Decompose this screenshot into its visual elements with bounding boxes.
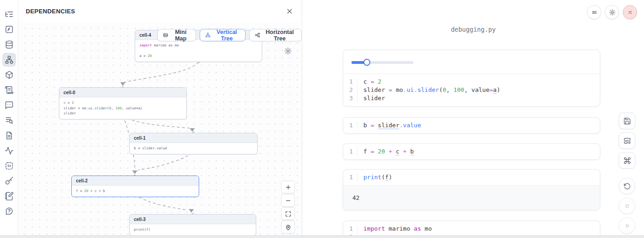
stop-kernel-button[interactable] (619, 198, 635, 214)
code-line: 1print(f) (343, 173, 600, 181)
fit-icon (285, 210, 292, 217)
file-tree-icon (5, 10, 14, 19)
node-title: cell-1 (130, 133, 257, 143)
close-icon (286, 7, 293, 15)
zoom-in-button[interactable] (281, 181, 295, 193)
minimap-icon (163, 32, 168, 39)
graph-node-cell-2[interactable]: cell-2f = 20 + c + b (71, 176, 199, 197)
view-button-vertical-tree[interactable]: Vertical Tree (200, 29, 246, 41)
view-button-label: Mini Map (171, 29, 190, 42)
sidebar-item-file-tree[interactable] (2, 7, 16, 21)
line-number: 3 (343, 94, 357, 102)
shutdown-icon (627, 9, 634, 16)
graph-node-cell-1[interactable]: cell-1b = slider.value (129, 133, 258, 154)
notebook-cell-f-cell[interactable]: 1f = 20 + c + b (343, 143, 600, 160)
cell-editor[interactable]: 1c = 22slider = mo.ui.slider(0, 100, val… (343, 74, 600, 106)
document-icon (5, 131, 14, 140)
cell-editor[interactable]: 1f = 20 + c + b (343, 144, 600, 159)
node-title: cell-3 (130, 215, 256, 224)
node-code: print(f) (130, 224, 256, 235)
notebook-filename[interactable]: debugging.py (303, 26, 644, 33)
sidebar-item-snippets[interactable] (2, 159, 16, 173)
fit-view-button[interactable] (281, 207, 295, 220)
sidebar-item-secrets[interactable] (2, 174, 16, 188)
cell-console-output: 42 (343, 185, 600, 210)
notebook-cell-b-cell[interactable]: 1b = slider.value (343, 117, 600, 134)
code-line: 1c = 2 (343, 78, 600, 86)
view-button-horizontal-tree[interactable]: Horizontal Tree (249, 29, 302, 41)
node-code: import marimo as mo a = 20 (135, 40, 262, 62)
view-button-mini-map[interactable]: Mini Map (157, 29, 196, 41)
play-icon (623, 222, 631, 230)
shutdown-button[interactable] (623, 5, 637, 19)
graph-node-cell-3[interactable]: cell-3print(f) (129, 214, 256, 235)
dependencies-icon (5, 55, 14, 64)
cell-editor[interactable]: 1print(f) (343, 170, 600, 185)
command-icon (623, 157, 631, 164)
notebook-menu-button[interactable] (587, 5, 601, 19)
run-all-button[interactable] (619, 217, 635, 234)
undo-button[interactable] (619, 178, 635, 194)
log-search-icon (5, 116, 14, 125)
sidebar-item-help[interactable] (2, 204, 16, 218)
sidebar-item-chat[interactable] (2, 98, 16, 112)
node-code: c = 2slider = mo.ui.slider(0, 100, value… (59, 97, 186, 119)
keyboard-shortcuts-button[interactable] (619, 152, 635, 169)
layout-select-button[interactable] (619, 132, 635, 149)
edge-arrowhead (190, 128, 195, 132)
notebook-cell-slider-cell[interactable]: 1c = 22slider = mo.ui.slider(0, 100, val… (343, 50, 600, 107)
sidebar-item-packages[interactable] (2, 68, 16, 82)
slider-track[interactable] (351, 61, 414, 64)
window-controls (587, 5, 637, 19)
graph-settings-button[interactable] (284, 47, 292, 55)
notebook-area: debugging.py 1c = 22slider = mo.ui.slide… (303, 0, 644, 235)
node-code: f = 20 + c + b (72, 186, 199, 197)
plus-icon (285, 184, 292, 191)
sidebar-item-dependencies[interactable] (2, 53, 16, 67)
horizontal-tree-icon (255, 32, 260, 39)
save-icon (623, 117, 631, 125)
node-code: b = slider.value (130, 143, 257, 154)
bottom-edge-strip (0, 235, 644, 238)
functions-icon (5, 25, 14, 34)
line-number: 1 (343, 147, 357, 156)
settings-button[interactable] (605, 5, 619, 19)
line-number: 1 (343, 121, 357, 130)
edge-arrowhead (189, 209, 194, 213)
menu-icon (591, 9, 598, 16)
database-icon (5, 40, 14, 49)
minus-icon (285, 197, 292, 204)
sidebar-item-documentation[interactable] (2, 83, 16, 97)
edge-cell-4-to-cell-0 (124, 62, 199, 82)
sidebar-item-outline[interactable] (2, 129, 16, 142)
scratchpad-icon (5, 192, 14, 201)
sidebar-item-scratchpad[interactable] (2, 189, 16, 203)
line-number: 1 (343, 225, 357, 233)
view-button-label: Vertical Tree (213, 29, 240, 42)
chat-icon (5, 101, 14, 110)
graph-node-cell-0[interactable]: cell-0c = 2slider = mo.ui.slider(0, 100,… (59, 87, 187, 119)
layout-icon (623, 137, 631, 145)
sidebar-item-logs[interactable] (2, 113, 16, 127)
center-selection-button[interactable] (281, 221, 295, 233)
slider-thumb[interactable] (363, 59, 370, 66)
cell-editor[interactable]: 1b = slider.value (343, 118, 600, 133)
notebook-action-toolbar (619, 113, 635, 234)
sidebar-item-datasources[interactable] (2, 38, 16, 51)
dependency-graph-canvas[interactable]: cell-4import marimo as mo a = 20cell-0c … (18, 22, 302, 235)
scroll-icon (5, 85, 14, 95)
zoom-out-button[interactable] (281, 194, 295, 207)
sidebar-item-variables[interactable] (2, 23, 16, 36)
code-line: 1import marimo as mo (343, 225, 600, 233)
save-button[interactable] (619, 113, 635, 129)
sidebar-item-tracing[interactable] (2, 144, 16, 158)
notebook-cell-import-cell[interactable]: 1import marimo as mo2 (343, 221, 600, 235)
cell-editor[interactable]: 1import marimo as mo2 (343, 221, 600, 235)
locate-icon (285, 224, 292, 231)
edge-cell-1-to-cell-2 (138, 153, 192, 170)
notebook-cell-print-cell[interactable]: 1print(f)42 (343, 169, 600, 210)
package-icon (5, 70, 14, 79)
dependencies-panel-header: DEPENDENCIES (18, 0, 302, 22)
snippet-icon (5, 161, 14, 170)
close-panel-button[interactable] (286, 7, 293, 15)
